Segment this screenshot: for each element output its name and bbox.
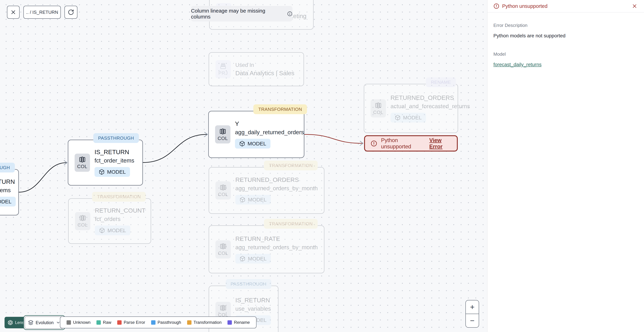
refresh-button[interactable] [64, 6, 78, 19]
view-error-link[interactable]: View Error [429, 137, 451, 150]
chevron-down-icon [56, 320, 60, 325]
col-label: COL [218, 251, 228, 256]
legend-item: Raw [96, 320, 111, 325]
app-window: PRJ Used In Data Analytics | Marketing P… [0, 0, 644, 332]
legend-swatch-passthrough [151, 320, 156, 325]
column-icon: COL [75, 212, 90, 230]
prj-label: PRJ [218, 70, 228, 76]
node-subtitle: fct_orders [95, 216, 120, 222]
node-subtitle: Data Analytics | Sales [235, 70, 294, 77]
project-icon: PRJ [216, 60, 231, 78]
alert-circle-icon [370, 140, 377, 147]
canvas-zoom-control: + − [466, 300, 479, 328]
column-icon: COL [370, 99, 386, 117]
zoom-in-button[interactable]: + [466, 301, 479, 314]
breadcrumb[interactable]: .. / IS_RETURN [24, 6, 61, 19]
lineage-warning-banner: Column lineage may be missing columns [191, 6, 292, 21]
panel-close-button[interactable] [631, 2, 638, 9]
aperture-icon [8, 320, 13, 325]
legend-item: Parse Error [117, 320, 145, 325]
edge-fct-to-agg [143, 134, 207, 163]
column-icon: COL [216, 240, 231, 259]
badge-transformation: TRANSFORMATION [92, 192, 146, 202]
lineage-node-return-count[interactable]: TRANSFORMATION COL RETURN_COUNT fct_orde… [68, 198, 151, 244]
col-label: COL [77, 164, 88, 169]
lineage-node-returned-orders-by-month[interactable]: TRANSFORMATION COL RETURNED_ORDERS agg_r… [208, 167, 324, 214]
error-description-text: Python models are not supported [494, 33, 638, 38]
model-label: MODEL [248, 197, 266, 203]
badge-transformation: TRANSFORMATION [264, 219, 318, 229]
evolution-dropdown[interactable]: Evolution [25, 317, 64, 329]
lineage-node-actual-and-forecasted-returns[interactable]: RENAME COL RETURNED_ORDERS actual_and_fo… [364, 84, 458, 133]
legend-item: Rename [228, 320, 250, 325]
node-subtitle: agg_returned_orders_by_month [235, 244, 318, 251]
legend-swatch-rename [228, 320, 232, 325]
model-chip: MODEL [95, 226, 130, 235]
model-chip: MODEL [390, 113, 426, 123]
node-title: IS_RETURN [0, 178, 15, 185]
badge-rename: RENAME [426, 77, 456, 87]
node-title: IS_RETURN [94, 149, 129, 156]
legend-item: Unknown [66, 320, 90, 325]
model-label: MODEL [0, 199, 12, 205]
model-label: MODEL [248, 256, 266, 262]
node-title: RETURN_RATE [235, 235, 280, 242]
col-label: COL [218, 192, 228, 197]
col-label: COL [373, 110, 384, 115]
breadcrumb-label: .. / IS_RETURN [26, 9, 58, 15]
model-label: MODEL [248, 141, 266, 147]
model-label: MODEL [403, 115, 422, 121]
badge-transformation: TRANSFORMATION [264, 161, 318, 170]
evolution-label: Evolution [36, 320, 54, 325]
legend-item: Passthrough [151, 320, 181, 325]
model-chip: MODEL [235, 254, 271, 264]
node-subtitle: use_variables [235, 306, 271, 312]
node-subtitle: actual_and_forecasted_returns [390, 103, 470, 110]
error-chip-python-unsupported[interactable]: Python unsupported View Error [364, 135, 458, 152]
lineage-node-agg-daily-returned-orders[interactable]: TRANSFORMATION COL Y agg_daily_returned_… [208, 111, 304, 158]
model-chip: MODEL [94, 167, 130, 177]
node-title: RETURNED_ORDERS [390, 94, 454, 101]
badge-passthrough: PASSTHROUGH [226, 279, 271, 289]
close-icon [10, 9, 16, 15]
model-chip: MODEL [0, 197, 16, 207]
model-label: MODEL [107, 169, 126, 175]
node-title: IS_RETURN [235, 297, 270, 304]
model-chip: MODEL [235, 195, 271, 205]
node-title: Y [235, 120, 239, 127]
info-icon[interactable] [287, 11, 292, 16]
model-chip: MODEL [235, 139, 270, 149]
edge-upstream-to-fct [19, 163, 66, 192]
error-description-label: Error Description [494, 23, 638, 28]
legend-swatch-transformation [187, 320, 192, 325]
legend-swatch-parse-error [117, 320, 122, 325]
model-label: Model [494, 51, 638, 57]
node-title: Used In [235, 62, 254, 68]
node-title: RETURNED_ORDERS [235, 176, 299, 183]
lineage-node-fct-order-items[interactable]: PASSTHROUGH COL IS_RETURN fct_order_item… [68, 140, 143, 186]
lens-select-ring: Evolution [24, 315, 65, 330]
legend-swatch-raw [96, 320, 101, 325]
lineage-node-used-in-sales[interactable]: PRJ Used In Data Analytics | Sales [208, 52, 304, 86]
lineage-node-return-rate[interactable]: TRANSFORMATION COL RETURN_RATE agg_retur… [208, 225, 324, 273]
column-icon: COL [216, 181, 231, 200]
node-subtitle: order_items [0, 187, 11, 194]
badge-transformation: TRANSFORMATION [253, 104, 307, 114]
col-label: COL [218, 136, 228, 141]
column-icon: COL [74, 154, 90, 172]
error-chip-text: Python unsupported [381, 137, 420, 150]
legend-swatch-unknown [66, 320, 71, 325]
error-panel-title: Python unsupported [502, 3, 628, 9]
close-lineage-button[interactable] [7, 6, 20, 19]
refresh-icon [68, 9, 74, 15]
node-subtitle: agg_daily_returned_orders [235, 129, 304, 136]
lineage-node-order-items[interactable]: PASSTHROUGH COL IS_RETURN order_items MO… [0, 169, 19, 215]
legend-item: Transformation [187, 320, 222, 325]
node-title: RETURN_COUNT [95, 207, 146, 214]
node-subtitle: agg_returned_orders_by_month [235, 185, 318, 192]
model-link[interactable]: forecast_daily_returns [494, 62, 542, 67]
error-side-panel: Python unsupported Error Description Pyt… [487, 0, 644, 332]
error-panel-header: Python unsupported [488, 0, 644, 12]
badge-passthrough: PASSTHROUGH [93, 133, 139, 143]
zoom-out-button[interactable]: − [466, 314, 479, 327]
